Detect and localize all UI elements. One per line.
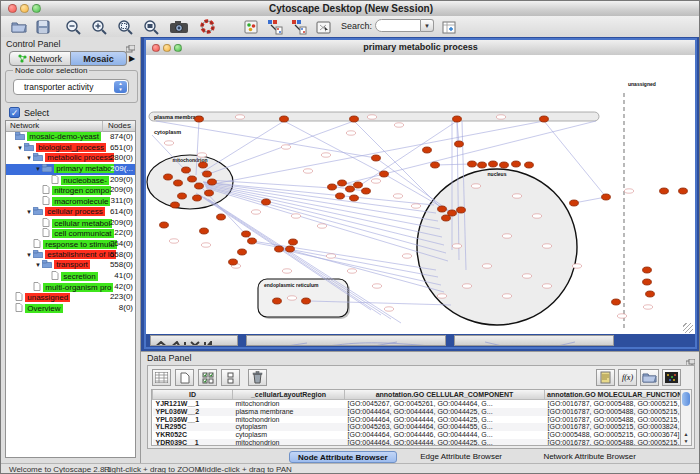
- graph-node[interactable]: [643, 267, 652, 273]
- graph-node[interactable]: [500, 162, 509, 168]
- table-column-header[interactable]: _cellularLayoutRegion: [233, 390, 345, 400]
- table-scrollbar[interactable]: ▲ ▼: [680, 389, 692, 446]
- zoom-in-icon[interactable]: [89, 18, 109, 35]
- graph-node[interactable]: [431, 162, 440, 168]
- graph-node[interactable]: [289, 239, 298, 245]
- graph-node[interactable]: [171, 202, 180, 208]
- scroll-down-icon[interactable]: ▼: [681, 438, 691, 444]
- tree-row[interactable]: ▼ metabolic process280(0): [6, 153, 135, 164]
- background-window-thumbnail[interactable]: [150, 335, 238, 346]
- graph-node[interactable]: [188, 176, 197, 182]
- expand-arrow-icon[interactable]: ▼: [26, 153, 33, 164]
- graph-node[interactable]: [442, 215, 451, 221]
- graph-node[interactable]: [217, 214, 226, 220]
- graph-node[interactable]: [273, 298, 282, 304]
- tree-row[interactable]: ▼ cellular process614(0): [6, 207, 135, 218]
- apply-layout-icon[interactable]: [265, 18, 285, 35]
- graph-node[interactable]: [160, 222, 169, 228]
- table-row[interactable]: YDR039C__1mitochondrion[GO:0044464, GO:0…: [153, 439, 682, 446]
- table-row[interactable]: YLR295Ccytoplasm[GO:0045263, GO:0044464,…: [153, 423, 682, 431]
- graph-node[interactable]: [199, 162, 208, 168]
- graph-node[interactable]: [336, 193, 345, 199]
- graph-node[interactable]: [350, 195, 359, 201]
- graph-node[interactable]: [455, 141, 464, 147]
- graph-node[interactable]: [203, 171, 212, 177]
- expand-arrow-icon[interactable]: ▼: [26, 250, 33, 261]
- search-input[interactable]: [375, 19, 421, 32]
- graph-node[interactable]: [275, 246, 284, 252]
- graph-node[interactable]: [195, 116, 204, 122]
- graph-node[interactable]: [178, 193, 187, 199]
- graph-node[interactable]: [174, 180, 183, 186]
- tree-row[interactable]: cell communicat22(0): [6, 228, 135, 239]
- select-nodes-checkbox[interactable]: ✓: [9, 107, 20, 118]
- delete-attribute-icon[interactable]: [248, 369, 267, 386]
- open-icon[interactable]: [9, 18, 29, 35]
- graph-node[interactable]: [200, 228, 209, 234]
- table-row[interactable]: YJR121W__1mitochondrion[GO:0045267, GO:0…: [153, 400, 682, 408]
- network-canvas[interactable]: plasma membranecytoplasmmitochondrionnuc…: [146, 55, 695, 334]
- graph-node[interactable]: [354, 182, 363, 188]
- node-color-combobox[interactable]: transporter activity ▲▼: [13, 79, 129, 95]
- tree-row[interactable]: ▼ transport558(0): [6, 260, 135, 271]
- zoom-fit-icon[interactable]: [141, 18, 161, 35]
- graph-node[interactable]: [350, 116, 359, 122]
- graph-node[interactable]: [195, 183, 204, 189]
- table-row[interactable]: YPL036W__2plasma membrane[GO:0044464, GO…: [153, 408, 682, 416]
- graph-node[interactable]: [438, 206, 447, 212]
- attribute-table[interactable]: ID_cellularLayoutRegionannotation.GO CEL…: [151, 389, 681, 446]
- create-attribute-icon[interactable]: [175, 369, 194, 386]
- tree-row[interactable]: response to stimulu264(0): [6, 239, 135, 250]
- expand-arrow-icon[interactable]: ▼: [26, 207, 33, 218]
- save-icon[interactable]: [33, 18, 53, 35]
- graph-node[interactable]: [646, 291, 655, 297]
- graph-node[interactable]: [346, 186, 355, 192]
- background-window-thumbnail[interactable]: [246, 335, 446, 346]
- graph-node[interactable]: [612, 299, 621, 305]
- graph-node[interactable]: [570, 200, 579, 206]
- graph-node[interactable]: [468, 161, 477, 167]
- graph-node[interactable]: [205, 190, 214, 196]
- tree-row[interactable]: secretion41(0): [6, 271, 135, 282]
- graph-node[interactable]: [280, 116, 289, 122]
- graph-node[interactable]: [164, 174, 173, 180]
- tree-row[interactable]: ▼ establishment of lo558(0): [6, 250, 135, 261]
- background-window-thumbnail[interactable]: [454, 335, 614, 346]
- graph-node[interactable]: [193, 195, 202, 201]
- graph-node[interactable]: [643, 279, 652, 285]
- graph-node[interactable]: [525, 162, 534, 168]
- tree-row[interactable]: macromolecule311(0): [6, 196, 135, 207]
- new-attribute-icon[interactable]: [439, 18, 459, 35]
- graph-node[interactable]: [248, 238, 257, 244]
- graph-node[interactable]: [302, 298, 311, 304]
- graph-node[interactable]: [182, 167, 191, 173]
- graph-node[interactable]: [208, 179, 217, 185]
- tree-row[interactable]: ▼ biological_process651(0): [6, 143, 135, 154]
- network-tree-header[interactable]: Network Nodes: [6, 121, 135, 132]
- tree-row[interactable]: ▼ primary metabo209(...: [6, 164, 135, 175]
- tree-row[interactable]: mosaic-demo-yeast874(0): [6, 132, 135, 143]
- snapshot-icon[interactable]: [169, 18, 189, 35]
- zoom-out-icon[interactable]: [63, 18, 83, 35]
- graph-node[interactable]: [423, 147, 432, 153]
- function-builder-icon[interactable]: f(x): [618, 369, 637, 386]
- tab-overflow-icon[interactable]: ▶: [129, 54, 135, 63]
- tree-row[interactable]: nitrogen compo209(0): [6, 185, 135, 196]
- graph-node[interactable]: [328, 184, 337, 190]
- attribute-batch-icon[interactable]: [596, 369, 615, 386]
- graph-node[interactable]: [286, 246, 295, 252]
- import-network-icon[interactable]: [313, 18, 333, 35]
- table-column-header[interactable]: ID: [153, 390, 233, 400]
- graph-node[interactable]: [380, 171, 389, 177]
- tab-edge-attribute-browser[interactable]: Edge Attribute Browser: [412, 451, 510, 463]
- expand-arrow-icon[interactable]: ▼: [35, 260, 42, 271]
- graph-node[interactable]: [372, 155, 381, 161]
- table-row[interactable]: YKR052Ccytoplasm[GO:0044464, GO:0044446,…: [153, 431, 682, 439]
- tree-row[interactable]: nucleobase-209(0): [6, 175, 135, 186]
- tab-mosaic[interactable]: Mosaic: [71, 51, 127, 66]
- graph-node[interactable]: [660, 188, 669, 194]
- expand-arrow-icon[interactable]: ▼: [35, 164, 42, 175]
- table-row[interactable]: YPL036W__1mitochondrion[GO:0044464, GO:0…: [153, 416, 682, 424]
- graph-node[interactable]: [489, 161, 498, 167]
- tree-row[interactable]: cellular metabol209(0): [6, 218, 135, 229]
